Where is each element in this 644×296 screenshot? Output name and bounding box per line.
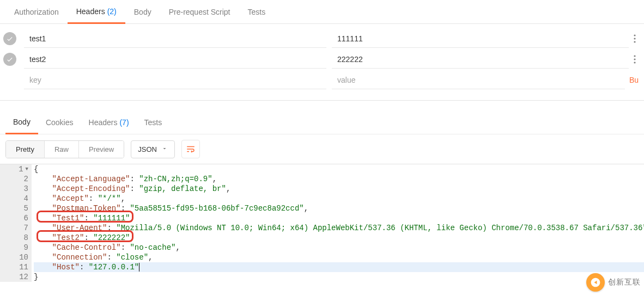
format-select[interactable]: JSON: [131, 140, 175, 158]
code-line: "User-Agent": "Mozilla/5.0 (Windows NT 1…: [34, 223, 644, 233]
chevron-down-icon: [161, 145, 168, 153]
wrap-icon: [185, 144, 196, 154]
code-line: "Accept-Language": "zh-CN,zh;q=0.9",: [34, 174, 644, 184]
gutter-line: 3: [2, 184, 29, 194]
gutter-line: 5: [2, 203, 29, 213]
tab-label: Authorization: [14, 8, 59, 16]
row-enable-toggle[interactable]: [3, 32, 16, 45]
header-value-input[interactable]: value: [332, 71, 625, 89]
response-tabs: Body Cookies Headers (7) Tests: [0, 110, 644, 134]
view-preview-button[interactable]: Preview: [78, 141, 124, 158]
gutter-line: 2: [2, 174, 29, 184]
check-icon: [6, 35, 14, 42]
code-line: "Host": "127.0.0.1": [34, 262, 644, 272]
code-line: }: [34, 272, 644, 282]
tab-label: Headers: [89, 118, 118, 127]
response-toolbar: Pretty Raw Preview JSON: [0, 134, 644, 164]
code-content[interactable]: { "Accept-Language": "zh-CN,zh;q=0.9", "…: [32, 164, 644, 282]
code-line: {: [34, 164, 644, 174]
svg-point-0: [634, 34, 635, 36]
gutter-line: 11: [2, 262, 29, 272]
tab-count: (2): [107, 7, 117, 16]
format-select-value: JSON: [138, 145, 157, 153]
svg-point-4: [634, 58, 635, 60]
view-mode-group: Pretty Raw Preview: [5, 140, 124, 158]
tab-label: Cookies: [46, 118, 74, 127]
svg-point-1: [634, 38, 635, 39]
code-line: "Postman-Token": "5aa58515-fd95-b168-06b…: [34, 203, 644, 213]
header-row: test1 111111: [0, 28, 644, 49]
tab-pre-request-script[interactable]: Pre-request Script: [160, 0, 239, 23]
tab-label: Body: [13, 118, 31, 126]
resp-tab-tests[interactable]: Tests: [137, 110, 170, 134]
header-value-input[interactable]: 222222: [332, 51, 629, 69]
resp-tab-cookies[interactable]: Cookies: [38, 110, 81, 134]
resp-tab-body[interactable]: Body: [5, 110, 38, 134]
svg-point-2: [634, 41, 635, 42]
tab-label: Headers: [76, 7, 105, 16]
wrap-lines-button[interactable]: [181, 140, 200, 158]
header-value-input[interactable]: 111111: [332, 30, 629, 48]
header-row: test2 222222: [0, 49, 644, 70]
check-icon: [6, 55, 14, 63]
tab-label: Body: [134, 8, 151, 16]
gutter-line: 9: [2, 243, 29, 252]
gutter-line: 7: [2, 223, 29, 233]
tab-body[interactable]: Body: [125, 0, 160, 23]
tab-label: Tests: [144, 118, 162, 127]
gutter-line: 12: [2, 272, 29, 282]
view-raw-button[interactable]: Raw: [44, 141, 78, 158]
tab-headers[interactable]: Headers (2): [68, 0, 125, 24]
code-line: "Test2": "222222",: [34, 233, 644, 243]
tab-count: (7): [119, 118, 129, 127]
code-line: "Cache-Control": "no-cache",: [34, 243, 644, 252]
code-line: "Connection": "close",: [34, 252, 644, 262]
gutter-line: 8: [2, 233, 29, 243]
row-menu-icon[interactable]: [629, 34, 641, 43]
code-line: "Accept": "*/*",: [34, 194, 644, 203]
svg-point-3: [634, 55, 635, 57]
watermark-badge-icon: [586, 273, 605, 292]
view-pretty-button[interactable]: Pretty: [6, 141, 44, 158]
code-line: "Test1": "111111",: [34, 213, 644, 223]
bulk-edit-link[interactable]: Bu: [629, 76, 641, 84]
resp-tab-headers[interactable]: Headers (7): [81, 110, 137, 134]
watermark-text: 创新互联: [608, 278, 641, 287]
tab-label: Pre-request Script: [169, 8, 230, 16]
request-tabs: Authorization Headers (2) Body Pre-reque…: [0, 0, 644, 24]
row-enable-toggle[interactable]: [3, 53, 16, 66]
headers-table: test1 111111 test2 222222 key value Bu: [0, 24, 644, 101]
gutter-line: 10: [2, 252, 29, 262]
watermark: 创新互联: [586, 273, 641, 292]
code-gutter: 1▼23456789101112: [0, 164, 32, 282]
svg-point-5: [634, 61, 635, 63]
fold-toggle-icon[interactable]: ▼: [26, 164, 28, 174]
gutter-line: 4: [2, 194, 29, 203]
row-menu-icon[interactable]: [629, 55, 641, 64]
response-body-viewer: 1▼23456789101112 { "Accept-Language": "z…: [0, 164, 644, 282]
code-line: "Accept-Encoding": "gzip, deflate, br",: [34, 184, 644, 194]
header-key-input[interactable]: key: [24, 71, 326, 89]
header-key-input[interactable]: test1: [24, 30, 326, 48]
header-new-row: key value Bu: [0, 70, 644, 90]
gutter-line: 1▼: [2, 164, 29, 174]
tab-authorization[interactable]: Authorization: [5, 0, 68, 23]
header-key-input[interactable]: test2: [24, 51, 326, 69]
gutter-line: 6: [2, 213, 29, 223]
tab-tests[interactable]: Tests: [239, 0, 275, 23]
tab-label: Tests: [248, 8, 266, 16]
